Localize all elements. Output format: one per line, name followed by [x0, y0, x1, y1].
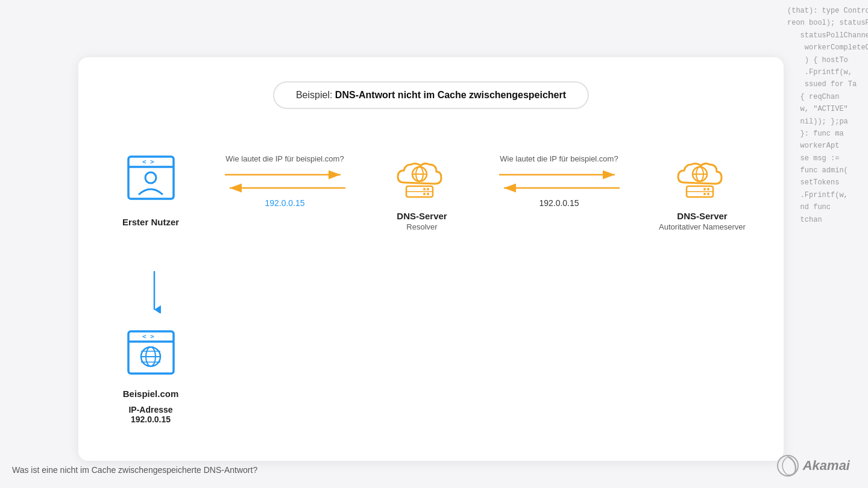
down-arrow-area: [148, 271, 161, 313]
arrow-right-2: [499, 168, 620, 181]
akamai-icon: [776, 454, 799, 477]
svg-point-29: [703, 193, 706, 195]
akamai-text: Akamai: [803, 458, 850, 474]
svg-point-13: [427, 188, 429, 190]
svg-point-15: [427, 193, 429, 195]
dns-resolver-node: DNS-Server Resolver: [383, 154, 461, 231]
svg-text:< >: < >: [142, 158, 154, 166]
user-node: < > Erster Nutzer: [115, 154, 187, 227]
dns-authoritative-node: DNS-Server Autoritativer Nameserver: [657, 154, 747, 231]
dns-auth-label: DNS-Server: [677, 211, 727, 221]
title-pill: Beispiel: DNS-Antwort nicht im Cache zwi…: [273, 81, 589, 109]
svg-point-14: [423, 188, 426, 190]
website-node: < > Beispiel.com IP-Adresse 192.0.0.15: [115, 328, 187, 424]
svg-text:< >: < >: [142, 333, 154, 340]
dns-resolver-sublabel: Resolver: [406, 222, 437, 231]
question-dns-auth: Wie lautet die IP für beispiel.com?: [500, 154, 618, 164]
dns-auth-sublabel: Autoritativer Nameserver: [659, 222, 746, 231]
arrow-left-1: [225, 181, 345, 195]
website-ip-label: IP-Adresse 192.0.0.15: [115, 405, 187, 424]
down-arrow: [148, 271, 161, 313]
browser-icon: < >: [125, 154, 177, 211]
title-bold: DNS-Antwort nicht im Cache zwischengespe…: [335, 90, 566, 100]
code-background: (that): type ControlMessage struct { Tar…: [784, 0, 868, 349]
svg-point-27: [703, 188, 706, 190]
dns-resolver-icon: [392, 154, 452, 205]
bottom-question: Was ist eine nicht im Cache zwischengesp…: [12, 465, 257, 475]
svg-point-3: [145, 172, 156, 183]
user-label: Erster Nutzer: [122, 217, 179, 227]
dns-authoritative-icon: [672, 154, 732, 205]
title-prefix: Beispiel:: [296, 90, 335, 100]
arrow-right-1: [225, 168, 345, 181]
akamai-logo: Akamai: [776, 454, 850, 477]
arrow-dns-auth: Wie lautet die IP für beispiel.com?: [461, 154, 657, 208]
website-label: Beispiel.com: [123, 389, 179, 399]
arrow-left-2: [499, 181, 620, 195]
diagram-area: < > Erster Nutzer Wie lautet die IP für …: [115, 154, 747, 437]
svg-point-28: [707, 193, 709, 195]
arrow-user-dns: Wie lautet die IP für beispiel.com?: [187, 154, 383, 208]
website-icon: < >: [125, 328, 177, 383]
diagram-card: Beispiel: DNS-Antwort nicht im Cache zwi…: [78, 57, 784, 461]
ip-dns-auth: 192.0.0.15: [539, 198, 579, 208]
ip-user-dns: 192.0.0.15: [265, 198, 304, 208]
svg-point-26: [707, 188, 709, 190]
dns-resolver-label: DNS-Server: [397, 211, 447, 221]
question-user-dns: Wie lautet die IP für beispiel.com?: [225, 154, 344, 164]
svg-point-16: [423, 193, 426, 195]
